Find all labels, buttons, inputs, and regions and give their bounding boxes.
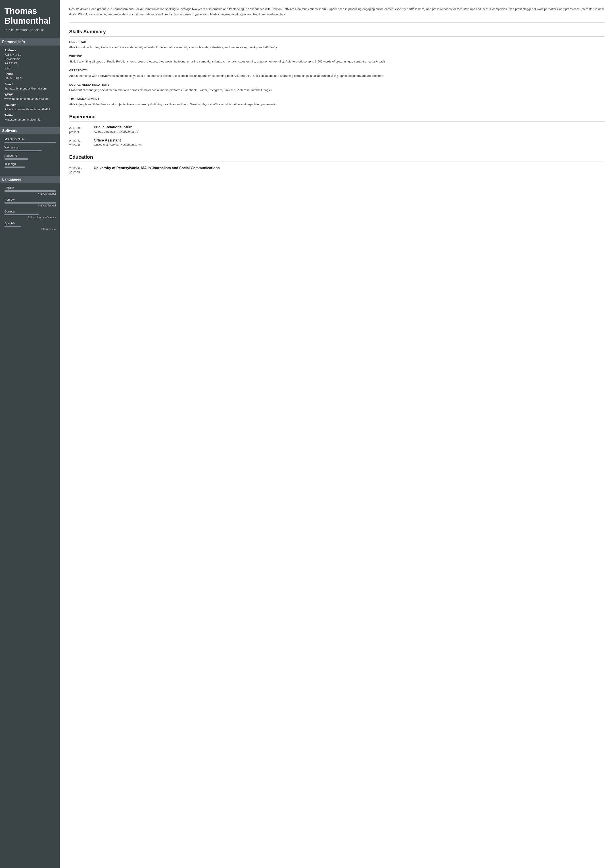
twitter-value: twitter.com/thommybloom81	[5, 118, 56, 122]
lang-english-label: English	[5, 186, 56, 189]
exp-content-1: Public Relations Intern Adidas Originals…	[94, 125, 605, 134]
skills-heading: Skills Summary	[69, 29, 605, 37]
lang-hebrew-level: Native/bilingual	[5, 204, 56, 207]
twitter-label: Twitter	[5, 114, 56, 117]
exp-company-1: Adidas Originals, Philadelphia, PA	[94, 130, 605, 133]
skill-creativity-desc: Able to come up with innovative solution…	[69, 73, 605, 79]
linkedin-label: LinkedIn	[5, 103, 56, 107]
exp-date-2: 2015-06 -2015-08	[69, 138, 89, 147]
software-indesign-label: InDesign	[5, 162, 56, 166]
skill-writing-name: WRITING	[69, 54, 605, 58]
lang-spanish-bar	[5, 226, 56, 227]
experience-section: Experience 2017-09 -present Public Relat…	[69, 114, 605, 147]
exp-title-1: Public Relations Intern	[94, 125, 605, 129]
address-value: 713 N 4th St,Philadelphia,PA 19123,USA	[5, 53, 56, 70]
education-heading: Education	[69, 154, 605, 162]
exp-title-2: Office Assistant	[94, 138, 605, 143]
lang-hebrew: Hebrew Native/bilingual	[5, 198, 56, 207]
lang-spanish-level: Intermediate	[5, 228, 56, 231]
email-label: E-mail	[5, 82, 56, 86]
skill-research: RESEARCH Able to work with many kinds of…	[69, 40, 605, 50]
www-label: WWW	[5, 93, 56, 96]
skill-social-media-name: SOCIAL MEDIA RELATIONS	[69, 83, 605, 86]
lang-english-level: Native/bilingual	[5, 192, 56, 195]
exp-entry-1: 2017-09 -present Public Relations Intern…	[69, 125, 605, 134]
software-indesign-bar	[5, 166, 56, 168]
lang-german-bar	[5, 214, 56, 215]
candidate-name: Thomas Blumenthal	[5, 6, 56, 26]
software-indesign: InDesign	[5, 162, 56, 168]
languages-heading: Languages	[0, 176, 60, 183]
skill-social-media: SOCIAL MEDIA RELATIONS Proficient at man…	[69, 83, 605, 93]
phone-label: Phone	[5, 72, 56, 76]
exp-date-1: 2017-09 -present	[69, 125, 89, 134]
skill-time-management: TIME MANAGEMENT Able to juggle multiple …	[69, 97, 605, 107]
phone-value: 202-555-0173	[5, 76, 56, 81]
lang-english: English Native/bilingual	[5, 186, 56, 195]
software-adobe-ps: Adobe PS	[5, 154, 56, 160]
software-section: Software MS Office Suite Wordpress Adobe…	[5, 127, 56, 170]
software-wordpress-bar	[5, 150, 56, 151]
software-adobe-ps-bar	[5, 158, 56, 160]
skill-research-name: RESEARCH	[69, 40, 605, 43]
software-wordpress: Wordpress	[5, 146, 56, 151]
skill-research-desc: Able to work with many kinds of clients …	[69, 45, 605, 50]
education-section: Education 2012-08 -2017-05 University of…	[69, 154, 605, 175]
email-value: thomas.j.blumenthal@gmail.com	[5, 86, 56, 91]
lang-german-level: Full working proficiency	[5, 216, 56, 219]
software-wordpress-label: Wordpress	[5, 146, 56, 149]
languages-section: Languages English Native/bilingual Hebre…	[5, 176, 56, 234]
skills-section: Skills Summary RESEARCH Able to work wit…	[69, 29, 605, 107]
edu-entry-1: 2012-08 -2017-05 University of Pennsylva…	[69, 166, 605, 175]
skill-writing-desc: Skilled at writing all types of Public R…	[69, 59, 605, 64]
skill-writing: WRITING Skilled at writing all types of …	[69, 54, 605, 64]
software-heading: Software	[0, 127, 60, 134]
sidebar: Thomas Blumenthal Public Relations Speci…	[0, 0, 60, 868]
software-ms-office-bar	[5, 142, 56, 143]
software-ms-office-label: MS Office Suite	[5, 138, 56, 141]
experience-heading: Experience	[69, 114, 605, 122]
lang-german: German Full working proficiency	[5, 210, 56, 219]
lang-hebrew-label: Hebrew	[5, 198, 56, 202]
main-content: Results-driven Penn graduate in Journali…	[60, 0, 614, 868]
edu-date-1: 2012-08 -2017-05	[69, 166, 89, 175]
skill-creativity: CREATIVITY Able to come up with innovati…	[69, 69, 605, 79]
lang-spanish: Spanish Intermediate	[5, 222, 56, 231]
lang-spanish-label: Spanish	[5, 222, 56, 225]
lang-german-label: German	[5, 210, 56, 213]
edu-content-1: University of Pennsylvania, MA in Journa…	[94, 166, 605, 175]
exp-content-2: Office Assistant Ogilvy and Mather, Phil…	[94, 138, 605, 147]
skill-time-management-desc: Able to juggle multiple clients and proj…	[69, 102, 605, 107]
lang-hebrew-bar	[5, 202, 56, 203]
software-adobe-ps-label: Adobe PS	[5, 154, 56, 157]
exp-company-2: Ogilvy and Mather, Philadelphia, PA	[94, 143, 605, 146]
address-label: Address	[5, 49, 56, 52]
personal-info-heading: Personal Info	[0, 39, 60, 45]
www-value: www.thomblumenthalcreative.com	[5, 97, 56, 101]
software-ms-office: MS Office Suite	[5, 138, 56, 143]
skill-creativity-name: CREATIVITY	[69, 69, 605, 72]
edu-title-1: University of Pennsylvania, MA in Journa…	[94, 166, 605, 170]
skill-social-media-desc: Proficient at managing social media rela…	[69, 88, 605, 93]
linkedin-value: linkedin.com/me/thomblumenthal81	[5, 107, 56, 112]
lang-english-bar	[5, 191, 56, 192]
personal-info-section: Personal Info Address 713 N 4th St,Phila…	[5, 39, 56, 122]
summary-text: Results-driven Penn graduate in Journali…	[69, 7, 605, 23]
exp-entry-2: 2015-06 -2015-08 Office Assistant Ogilvy…	[69, 138, 605, 147]
candidate-title: Public Relations Specialist	[5, 28, 56, 32]
skill-time-management-name: TIME MANAGEMENT	[69, 97, 605, 101]
